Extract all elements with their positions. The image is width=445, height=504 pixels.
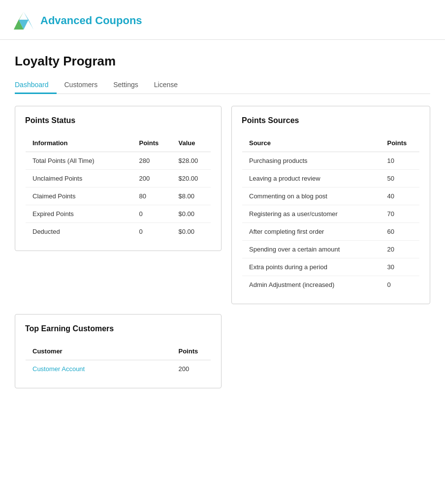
page-title: Loyalty Program [15, 54, 430, 69]
col-header-points: Points [132, 134, 172, 152]
cell-points: 0 [132, 205, 172, 223]
cell-customer[interactable]: Customer Account [26, 360, 172, 378]
tab-dashboard[interactable]: Dashboard [15, 77, 57, 94]
cell-source-points: 40 [381, 188, 420, 205]
points-sources-title: Points Sources [242, 116, 420, 125]
cell-info: Claimed Points [26, 188, 132, 205]
points-status-column: Points Status Information Points Value T… [15, 106, 222, 304]
cell-source: Extra points during a period [242, 258, 381, 276]
points-sources-header-row: Source Points [242, 134, 420, 152]
cell-info: Unclaimed Points [26, 170, 132, 188]
cell-info: Total Points (All Time) [26, 152, 132, 170]
top-customers-card: Top Earning Customers Customer Points Cu… [15, 314, 222, 388]
cell-value: $28.00 [172, 152, 211, 170]
cell-value: $20.00 [172, 170, 211, 188]
cell-source: Spending over a certain amount [242, 241, 381, 258]
cell-info: Deducted [26, 223, 132, 241]
customer-link[interactable]: Customer Account [32, 365, 85, 373]
top-customers-table: Customer Points Customer Account 200 [25, 342, 211, 378]
points-sources-column: Points Sources Source Points Purchasing … [231, 106, 430, 304]
col-header-value: Value [172, 134, 211, 152]
col-header-customer: Customer [26, 343, 172, 360]
tab-settings[interactable]: Settings [105, 77, 146, 94]
points-status-table: Information Points Value Total Points (A… [25, 134, 211, 241]
col-header-source-points: Points [381, 134, 420, 152]
table-row: Admin Adjustment (increased) 0 [242, 276, 420, 294]
table-row: Extra points during a period 30 [242, 258, 420, 276]
table-row: Claimed Points 80 $8.00 [26, 188, 211, 205]
points-status-card: Points Status Information Points Value T… [15, 106, 222, 251]
top-customers-header-row: Customer Points [26, 343, 211, 360]
bottom-section: Top Earning Customers Customer Points Cu… [15, 314, 430, 388]
cell-value: $0.00 [172, 223, 211, 241]
table-row: Total Points (All Time) 280 $28.00 [26, 152, 211, 170]
cell-points: 280 [132, 152, 172, 170]
cell-value: $8.00 [172, 188, 211, 205]
points-sources-card: Points Sources Source Points Purchasing … [231, 106, 430, 304]
table-row: Leaving a product review 50 [242, 170, 420, 188]
cell-source: Purchasing products [242, 152, 381, 170]
cell-customer-points: 200 [172, 360, 211, 378]
cell-source: After completing first order [242, 223, 381, 241]
table-row: After completing first order 60 [242, 223, 420, 241]
cell-source-points: 20 [381, 241, 420, 258]
header: Advanced Coupons [0, 0, 445, 40]
tabs-nav: Dashboard Customers Settings License [15, 77, 430, 94]
cell-source: Commenting on a blog post [242, 188, 381, 205]
table-row: Customer Account 200 [26, 360, 211, 378]
logo-icon [12, 9, 35, 32]
cell-source: Admin Adjustment (increased) [242, 276, 381, 294]
cell-source: Leaving a product review [242, 170, 381, 188]
tab-customers[interactable]: Customers [57, 77, 106, 94]
table-row: Commenting on a blog post 40 [242, 188, 420, 205]
two-col-section: Points Status Information Points Value T… [15, 106, 430, 304]
col-header-source: Source [242, 134, 381, 152]
col-header-information: Information [26, 134, 132, 152]
cell-points: 0 [132, 223, 172, 241]
cell-source-points: 30 [381, 258, 420, 276]
cell-points: 200 [132, 170, 172, 188]
cell-value: $0.00 [172, 205, 211, 223]
table-row: Expired Points 0 $0.00 [26, 205, 211, 223]
table-row: Deducted 0 $0.00 [26, 223, 211, 241]
cell-source: Registering as a user/customer [242, 205, 381, 223]
logo-container: Advanced Coupons [12, 9, 142, 32]
top-customers-title: Top Earning Customers [25, 324, 211, 333]
brand-name: Advanced Coupons [40, 14, 142, 27]
cell-source-points: 70 [381, 205, 420, 223]
table-row: Registering as a user/customer 70 [242, 205, 420, 223]
main-content: Loyalty Program Dashboard Customers Sett… [0, 40, 445, 398]
table-row: Unclaimed Points 200 $20.00 [26, 170, 211, 188]
cell-info: Expired Points [26, 205, 132, 223]
table-row: Spending over a certain amount 20 [242, 241, 420, 258]
cell-source-points: 10 [381, 152, 420, 170]
points-sources-table: Source Points Purchasing products 10 Lea… [242, 134, 420, 294]
points-status-title: Points Status [25, 116, 211, 125]
cell-source-points: 60 [381, 223, 420, 241]
points-status-header-row: Information Points Value [26, 134, 211, 152]
cell-points: 80 [132, 188, 172, 205]
cell-source-points: 0 [381, 276, 420, 294]
table-row: Purchasing products 10 [242, 152, 420, 170]
tab-license[interactable]: License [146, 77, 186, 94]
col-header-customer-points: Points [172, 343, 211, 360]
cell-source-points: 50 [381, 170, 420, 188]
